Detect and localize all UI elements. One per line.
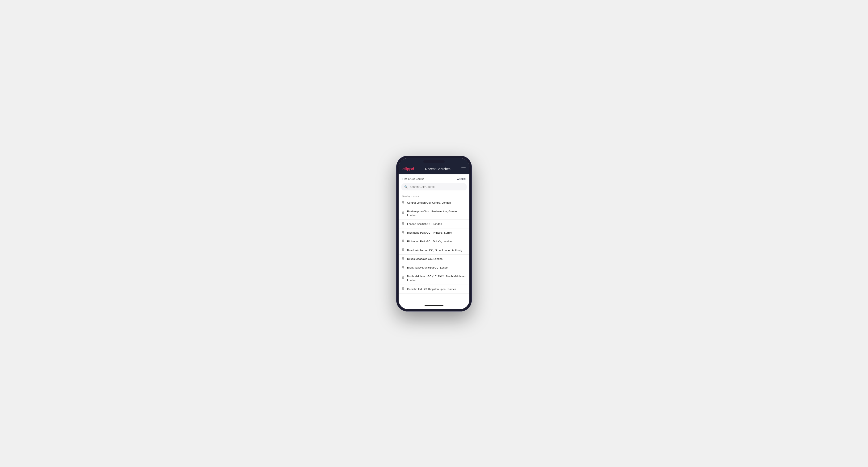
course-list-item[interactable]: Roehampton Club - Roehampton, Greater Lo…: [399, 207, 469, 220]
location-pin-icon: [401, 287, 405, 291]
course-list-item[interactable]: Central London Golf Centre, London: [399, 198, 469, 207]
course-list-item[interactable]: North Middlesex GC (1011942 - North Midd…: [399, 272, 469, 285]
search-box: 🔍: [401, 183, 467, 190]
course-name: Roehampton Club - Roehampton, Greater Lo…: [407, 210, 467, 217]
home-bar: [425, 305, 443, 306]
location-pin-icon: [401, 257, 405, 261]
app-logo: clippd: [402, 166, 414, 172]
nearby-section-label: Nearby courses: [399, 193, 469, 198]
course-list: Central London Golf Centre, London Roeha…: [399, 198, 469, 293]
course-name: Richmond Park GC - Duke's, London: [407, 240, 452, 243]
search-icon: 🔍: [404, 185, 408, 189]
course-list-item[interactable]: Richmond Park GC - Duke's, London: [399, 237, 469, 246]
location-pin-icon: [401, 266, 405, 270]
navbar-title: Recent Searches: [425, 167, 450, 171]
home-indicator: [399, 303, 469, 309]
search-container: 🔍: [399, 182, 469, 193]
location-pin-icon: [401, 212, 405, 215]
course-name: Brent Valley Municipal GC, London: [407, 266, 449, 270]
course-list-item[interactable]: Royal Wimbledon GC, Great London Authori…: [399, 246, 469, 255]
course-name: North Middlesex GC (1011942 - North Midd…: [407, 275, 467, 282]
search-input[interactable]: [410, 185, 464, 189]
course-list-item[interactable]: Richmond Park GC - Prince's, Surrey: [399, 228, 469, 237]
course-list-item[interactable]: Brent Valley Municipal GC, London: [399, 263, 469, 272]
phone-screen: clippd Recent Searches Find a Golf Cours…: [399, 158, 469, 309]
location-pin-icon: [401, 248, 405, 252]
cancel-button[interactable]: Cancel: [457, 177, 466, 181]
location-pin-icon: [401, 222, 405, 226]
location-pin-icon: [401, 231, 405, 235]
find-header: Find a Golf Course Cancel: [399, 175, 469, 182]
course-list-item[interactable]: Coombe Hill GC, Kingston upon Thames: [399, 285, 469, 293]
course-name: Coombe Hill GC, Kingston upon Thames: [407, 287, 456, 291]
course-name: Richmond Park GC - Prince's, Surrey: [407, 231, 452, 235]
phone-notch: [423, 160, 445, 163]
course-list-item[interactable]: London Scottish GC, London: [399, 220, 469, 228]
phone-frame: clippd Recent Searches Find a Golf Cours…: [396, 156, 472, 311]
course-name: London Scottish GC, London: [407, 222, 442, 226]
location-pin-icon: [401, 276, 405, 280]
location-pin-icon: [401, 240, 405, 243]
content-area: Find a Golf Course Cancel 🔍 Nearby cours…: [399, 175, 469, 303]
find-title: Find a Golf Course: [402, 178, 424, 180]
menu-icon[interactable]: [461, 167, 466, 170]
course-name: Dukes Meadows GC, London: [407, 257, 442, 261]
course-name: Central London Golf Centre, London: [407, 201, 451, 205]
course-list-item[interactable]: Dukes Meadows GC, London: [399, 255, 469, 263]
course-name: Royal Wimbledon GC, Great London Authori…: [407, 248, 463, 252]
location-pin-icon: [401, 201, 405, 205]
